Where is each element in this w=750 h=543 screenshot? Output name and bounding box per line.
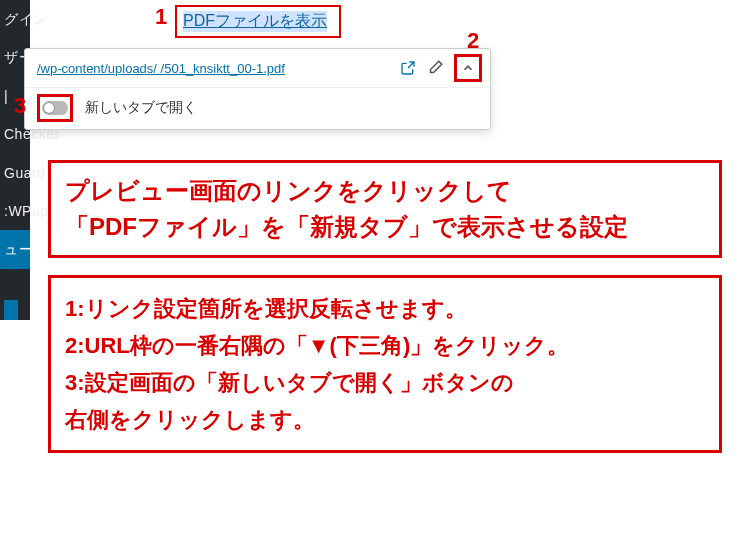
callout-line: 「PDFファイル」を「新規タブ」で表示させる設定 xyxy=(65,209,705,245)
expand-settings-button[interactable] xyxy=(454,54,482,82)
step-line: 3:設定画面の「新しいタブで開く」ボタンの xyxy=(65,366,705,399)
step-line: 右側をクリックします。 xyxy=(65,403,705,436)
edit-icon[interactable] xyxy=(426,59,444,77)
url-row: /wp-content/uploads/ /501_knsiktt_00-1.p… xyxy=(25,49,490,88)
sidebar-item[interactable]: Guard xyxy=(0,154,30,192)
open-new-tab-toggle[interactable] xyxy=(42,101,68,115)
callout-summary: プレビュー画面のリンクをクリックして 「PDFファイル」を「新規タブ」で表示させ… xyxy=(48,160,722,258)
new-tab-row: 新しいタブで開く xyxy=(25,88,490,128)
callout-line: プレビュー画面のリンクをクリックして xyxy=(65,173,705,209)
external-link-icon[interactable] xyxy=(400,60,416,76)
sidebar-item[interactable]: ューを xyxy=(0,230,30,268)
toggle-knob xyxy=(43,102,55,114)
sidebar-accent xyxy=(4,300,18,320)
step-line: 1:リンク設定箇所を選択反転させます。 xyxy=(65,292,705,325)
link-text: PDFファイルを表示 xyxy=(183,11,327,32)
sidebar-item[interactable]: グイン xyxy=(0,0,30,38)
chevron-up-icon xyxy=(461,61,475,75)
step-line: 2:URL枠の一番右隅の「▼(下三角)」をクリック。 xyxy=(65,329,705,362)
open-new-tab-label: 新しいタブで開く xyxy=(85,99,197,117)
sidebar-item[interactable]: :WPup xyxy=(0,192,30,230)
annotation-marker-3: 3 xyxy=(14,93,26,119)
link-settings-popover: /wp-content/uploads/ /501_knsiktt_00-1.p… xyxy=(24,48,491,130)
annotation-marker-1: 1 xyxy=(155,4,167,30)
link-url[interactable]: /wp-content/uploads/ /501_knsiktt_00-1.p… xyxy=(37,61,394,76)
annotation-box-3 xyxy=(37,94,73,122)
callout-steps: 1:リンク設定箇所を選択反転させます。 2:URL枠の一番右隅の「▼(下三角)」… xyxy=(48,275,722,453)
selected-link-text[interactable]: PDFファイルを表示 xyxy=(175,5,341,38)
